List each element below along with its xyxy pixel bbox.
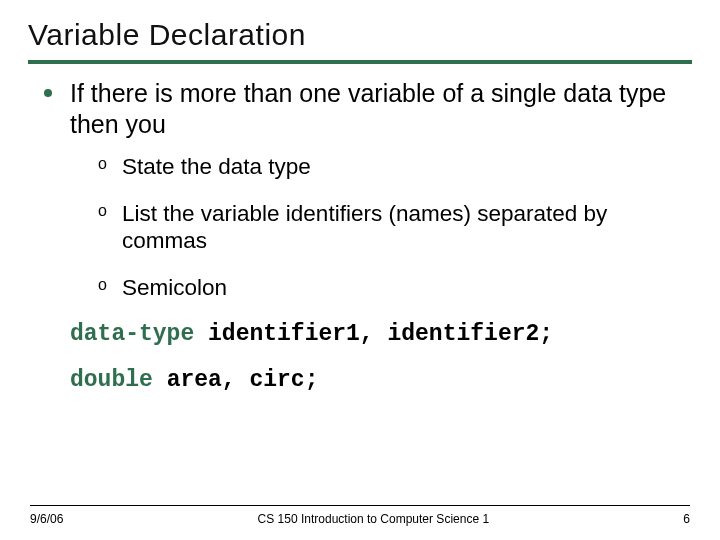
- footer-course: CS 150 Introduction to Computer Science …: [258, 512, 489, 526]
- slide: Variable Declaration If there is more th…: [0, 0, 720, 540]
- footer-date: 9/6/06: [30, 512, 63, 526]
- footer: 9/6/06 CS 150 Introduction to Computer S…: [0, 505, 720, 526]
- slide-title: Variable Declaration: [28, 18, 692, 52]
- bullet-main-text: If there is more than one variable of a …: [70, 79, 666, 138]
- footer-page: 6: [683, 512, 690, 526]
- sub-bullet-1: State the data type: [98, 153, 692, 180]
- sub-bullet-3: Semicolon: [98, 274, 692, 301]
- sub-bullet-list: State the data type List the variable id…: [98, 153, 692, 301]
- footer-row: 9/6/06 CS 150 Introduction to Computer S…: [30, 512, 690, 526]
- footer-rule: [30, 505, 690, 506]
- code-line-1: data-type identifier1, identifier2;: [70, 321, 692, 347]
- code-keyword-1: data-type: [70, 321, 194, 347]
- code-rest-1: identifier1, identifier2;: [194, 321, 553, 347]
- code-rest-2: area, circ;: [153, 367, 319, 393]
- code-line-2: double area, circ;: [70, 367, 692, 393]
- bullet-list: If there is more than one variable of a …: [42, 78, 692, 301]
- bullet-main: If there is more than one variable of a …: [42, 78, 692, 301]
- slide-body: If there is more than one variable of a …: [28, 78, 692, 394]
- code-keyword-2: double: [70, 367, 153, 393]
- sub-bullet-2: List the variable identifiers (names) se…: [98, 200, 692, 254]
- code-block: data-type identifier1, identifier2; doub…: [70, 321, 692, 394]
- title-rule: [28, 60, 692, 64]
